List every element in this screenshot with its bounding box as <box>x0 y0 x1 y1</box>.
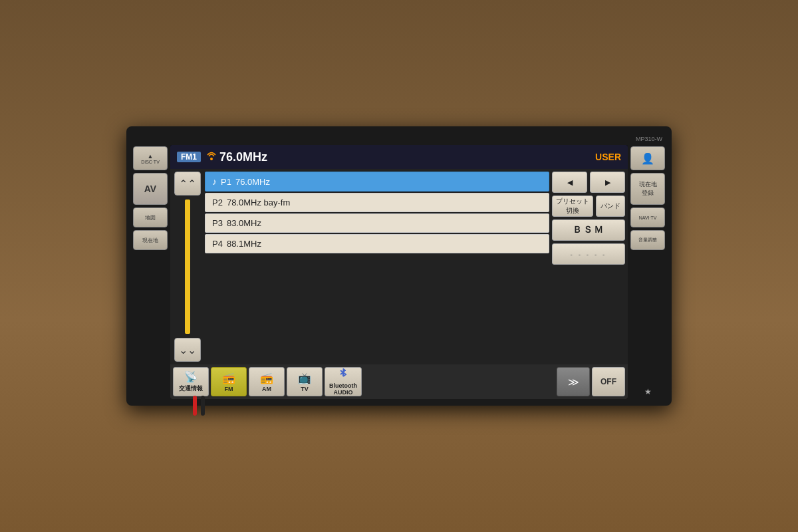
ff-icon: ≫ <box>568 376 579 388</box>
current-location-label: 現在地 <box>142 237 158 244</box>
source-am-button[interactable]: 📻 AM <box>249 367 285 396</box>
right-button-panel: 👤 現在地登録 NAVI·TV 音量調整 ★ <box>630 145 665 399</box>
eject-icon: ▲ <box>148 153 154 160</box>
scroll-controls: ⌃⌃ ⌄⌄ <box>173 172 202 362</box>
scroll-up-button[interactable]: ⌃⌃ <box>174 172 201 196</box>
red-cable <box>193 396 197 416</box>
map-label: 地図 <box>145 214 156 221</box>
memory-button[interactable]: 現在地登録 <box>630 173 665 205</box>
tv-icon: 📺 <box>298 372 311 384</box>
prev-icon: ◀ <box>567 178 573 187</box>
band-button[interactable]: バンド <box>596 196 625 217</box>
station-p1-freq: 76.0MHz <box>235 177 270 187</box>
tv-source-label: TV <box>301 386 309 392</box>
user-icon: 👤 <box>641 152 654 165</box>
eject-button[interactable]: ▲ DISC·TV <box>133 146 168 170</box>
source-tv-button[interactable]: 📺 TV <box>287 367 323 396</box>
station-item-p3[interactable]: P3 83.0MHz <box>205 213 549 233</box>
fm-icon: 📻 <box>222 372 235 384</box>
source-bar: 📡 交通情報 📻 FM 📻 AM 📺 TV <box>170 364 628 399</box>
source-bluetooth-button[interactable]: BluetoothAUDIO <box>325 367 362 396</box>
star-indicator: ★ <box>630 386 665 398</box>
preset-dots-display: - - - - - <box>552 243 625 265</box>
band-badge: FM1 <box>177 152 201 162</box>
car-audio-unit: MP310-W ▲ DISC·TV AV 地図 現在地 <box>126 126 672 406</box>
freq-value: 76.0MHz <box>219 150 267 164</box>
navi-tv-button[interactable]: NAVI·TV <box>630 207 665 227</box>
current-location-button[interactable]: 現在地 <box>133 230 168 250</box>
volume-button[interactable]: 音量調整 <box>630 230 665 250</box>
user-label: USER <box>595 152 621 162</box>
unit-main: ▲ DISC·TV AV 地図 現在地 FM1 <box>133 145 665 399</box>
station-item-p4[interactable]: P4 88.1MHz <box>205 234 549 253</box>
background: MP310-W ▲ DISC·TV AV 地図 現在地 <box>0 0 798 532</box>
station-p3-id: P3 <box>212 218 223 228</box>
prev-next-row: ◀ ▶ <box>552 172 625 193</box>
next-button[interactable]: ▶ <box>590 172 625 193</box>
chevron-down-icon: ⌄⌄ <box>179 344 196 356</box>
traffic-label: 交通情報 <box>179 384 203 393</box>
source-fm-button[interactable]: 📻 FM <box>211 367 247 396</box>
bluetooth-label: BluetoothAUDIO <box>329 383 357 396</box>
preset-switch-label: プリセット切換 <box>555 197 590 215</box>
station-p4-freq: 88.1MHz <box>227 239 261 249</box>
screen-header: FM1 76.0MHz USER <box>170 145 628 169</box>
bluetooth-icon <box>338 367 348 382</box>
preset-switch-button[interactable]: プリセット切換 <box>552 196 593 217</box>
prev-button[interactable]: ◀ <box>552 172 587 193</box>
unit-top-bar: MP310-W <box>133 133 665 145</box>
frequency-display: 76.0MHz <box>206 150 267 164</box>
next-icon: ▶ <box>605 178 610 187</box>
am-icon: 📻 <box>260 372 273 384</box>
off-label: OFF <box>600 377 616 386</box>
memory-label: 現在地登録 <box>639 180 657 198</box>
bsm-label: ＢＳＭ <box>573 224 604 236</box>
volume-label: 音量調整 <box>638 237 657 243</box>
station-item-p1[interactable]: ♪ P1 76.0MHz <box>205 172 549 192</box>
disc-tv-label: DISC·TV <box>141 160 160 164</box>
black-cable <box>201 396 205 416</box>
av-button[interactable]: AV <box>133 173 168 205</box>
selection-indicator <box>185 200 190 334</box>
station-p2-id: P2 <box>212 198 223 207</box>
dots-content: - - - - - <box>571 251 607 258</box>
station-p1-id: P1 <box>221 177 231 187</box>
off-button[interactable]: OFF <box>592 367 625 396</box>
navi-tv-label: NAVI·TV <box>639 215 657 220</box>
station-list: ♪ P1 76.0MHz P2 78.0MHz bay-fm P3 83.0MH… <box>205 172 549 362</box>
main-screen: FM1 76.0MHz USER <box>170 145 628 399</box>
station-p4-id: P4 <box>212 239 223 249</box>
traffic-icon: 📡 <box>184 370 198 383</box>
antenna-icon <box>206 151 217 164</box>
av-label: AV <box>144 184 156 194</box>
station-p3-freq: 83.0MHz <box>227 218 261 228</box>
map-button[interactable]: 地図 <box>133 207 168 227</box>
right-controls: ◀ ▶ プリセット切換 バンド <box>552 172 625 362</box>
scroll-down-button[interactable]: ⌄⌄ <box>174 338 201 362</box>
music-note-icon: ♪ <box>212 176 217 187</box>
am-source-label: AM <box>262 386 271 392</box>
cables <box>193 396 205 416</box>
station-p2-freq: 78.0MHz bay-fm <box>227 198 290 207</box>
station-item-p2[interactable]: P2 78.0MHz bay-fm <box>205 193 549 212</box>
user-profile-button[interactable]: 👤 <box>630 146 665 170</box>
dots-row: - - - - - <box>552 243 625 265</box>
left-button-panel: ▲ DISC·TV AV 地図 現在地 <box>133 145 168 399</box>
bsm-row: ＢＳＭ <box>552 219 625 241</box>
preset-band-row: プリセット切換 バンド <box>552 196 625 217</box>
fast-forward-button[interactable]: ≫ <box>557 367 590 396</box>
model-label: MP310-W <box>636 136 662 142</box>
chevron-up-icon: ⌃⌃ <box>179 178 196 190</box>
bsm-button[interactable]: ＢＳＭ <box>552 219 625 241</box>
band-label: バンド <box>600 201 620 211</box>
fm-source-label: FM <box>225 386 233 392</box>
screen-body: ⌃⌃ ⌄⌄ ♪ P1 76.0MHz <box>170 169 628 364</box>
source-traffic-button[interactable]: 📡 交通情報 <box>173 367 209 396</box>
